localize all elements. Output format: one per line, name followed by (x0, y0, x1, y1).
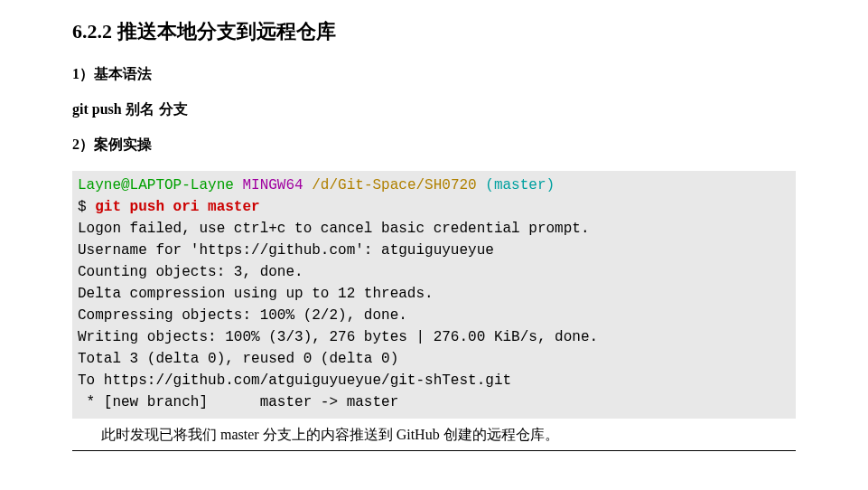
terminal-output-line: Counting objects: 3, done. (78, 264, 303, 280)
terminal-output-line: Username for 'https://github.com': atgui… (78, 242, 494, 259)
heading-title: 推送本地分支到远程仓库 (117, 20, 336, 42)
terminal-dollar: $ (78, 199, 95, 215)
terminal-block: Layne@LAPTOP-Layne MINGW64 /d/Git-Space/… (72, 171, 796, 419)
terminal-output-line: Writing objects: 100% (3/3), 276 bytes |… (78, 329, 598, 345)
heading-number: 6.2.2 (72, 20, 112, 42)
footnote-part: 创建的远程仓库。 (440, 427, 559, 442)
footnote-text: 此时发现已将我们 master 分支上的内容推送到 GitHub 创建的远程仓库… (72, 426, 796, 445)
terminal-path: /d/Git-Space/SH0720 (312, 177, 476, 193)
terminal-host: MINGW64 (242, 177, 303, 193)
terminal-user: Layne@LAPTOP-Layne (78, 177, 234, 193)
syntax-args: 别名 分支 (122, 101, 188, 117)
terminal-output-line: Delta compression using up to 12 threads… (78, 286, 434, 302)
terminal-branch: (master) (485, 177, 555, 193)
footnote-part: 分支上的内容推送到 (259, 427, 397, 442)
terminal-output-line: * [new branch] master -> master (78, 394, 398, 410)
section-heading: 6.2.2 推送本地分支到远程仓库 (72, 18, 796, 45)
horizontal-rule (72, 450, 796, 451)
terminal-output-line: Compressing objects: 100% (2/2), done. (78, 307, 407, 324)
subheading-title: 基本语法 (94, 66, 152, 81)
subheading-syntax: 1）基本语法 (72, 65, 796, 84)
terminal-output-line: To https://github.com/atguiguyueyue/git-… (78, 372, 511, 389)
subheading-number: 2） (72, 137, 94, 152)
syntax-line: git push 别名 分支 (72, 100, 796, 119)
footnote-part: 此时发现已将我们 (101, 427, 220, 442)
terminal-output-line: Total 3 (delta 0), reused 0 (delta 0) (78, 351, 398, 367)
footnote-latin: master (220, 427, 259, 442)
subheading-title: 案例实操 (94, 137, 152, 152)
terminal-command: git push ori master (95, 199, 259, 215)
footnote-latin: GitHub (397, 427, 440, 442)
subheading-example: 2）案例实操 (72, 136, 796, 155)
terminal-output-line: Logon failed, use ctrl+c to cancel basic… (78, 221, 590, 237)
subheading-number: 1） (72, 66, 94, 81)
syntax-command: git push (72, 101, 122, 117)
